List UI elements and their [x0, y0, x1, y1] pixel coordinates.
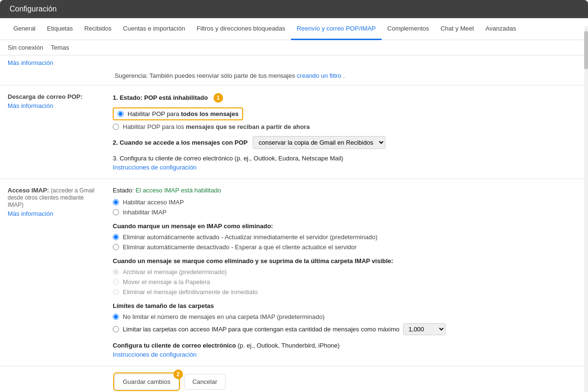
nav-tabs: General Etiquetas Recibidos Cuentas e im… [0, 18, 588, 40]
imap-limits-radio1[interactable] [113, 314, 119, 320]
window-title: Configuración [10, 5, 57, 13]
imap-enable-label: Habilitar acceso IMAP [123, 199, 184, 206]
pop-option2-label: Habilitar POP para los mensajes que se r… [123, 123, 310, 130]
tab-complementos[interactable]: Complementos [382, 18, 435, 40]
imap-limits-option2-row: Limitar las carpetas con acceso IMAP par… [113, 323, 580, 335]
tab-chat[interactable]: Chat y Meet [435, 18, 480, 40]
imap-label-text: Acceso IMAP: [8, 187, 49, 194]
pop-option1-wrapper: Habilitar POP para todos los mensajes [113, 107, 243, 120]
pop-step3-title-suffix: (p. ej., Outlook, Eudora, Netscape Mail) [233, 155, 343, 162]
pop-step2-row: 2. Cuando se accede a los mensajes con P… [113, 136, 580, 149]
settings-window: Configuración General Etiquetas Recibido… [0, 0, 588, 392]
imap-suppressed-option2: Mover el mensaje a la Papelera [113, 278, 580, 286]
content-area: Más información Sugerencia: También pued… [0, 55, 588, 392]
pop-option2-wrapper: Habilitar POP para los mensajes que se r… [113, 123, 580, 130]
pop-step3-block: 3. Configura tu cliente de correo electr… [113, 155, 580, 171]
imap-enable-radio[interactable] [113, 199, 119, 205]
pop-more-info[interactable]: Más información [8, 102, 97, 109]
pop-new-radio[interactable] [113, 124, 119, 130]
tab-recibidos[interactable]: Recibidos [78, 18, 117, 40]
imap-limits-radio2[interactable] [113, 326, 119, 332]
tab-avanzadas[interactable]: Avanzadas [480, 18, 522, 40]
tab-general[interactable]: General [8, 18, 41, 40]
imap-client-title-suffix: (p. ej., Outlook, Thunderbird, iPhone) [236, 342, 340, 349]
imap-limits-title: Límites de tamaño de las carpetas [113, 302, 580, 309]
cancel-button[interactable]: Cancelar [184, 374, 225, 390]
pop-step2-select[interactable]: conservar la copia de Gmail en Recibidos… [253, 136, 385, 149]
imap-deleted-radio2[interactable] [113, 244, 119, 250]
imap-limits-select[interactable]: 1,0002,0005,00010,000No limitar [403, 323, 446, 335]
suggestion-bar: Sugerencia: También puedes reenviar sólo… [0, 68, 588, 85]
imap-deleted-label2: Eliminar automáticamente desactivado - E… [123, 244, 357, 251]
imap-status-row: Estado: El acceso IMAP está habilitado [113, 187, 580, 194]
imap-suppressed-radio2[interactable] [113, 279, 119, 285]
imap-status-text: El acceso IMAP está habilitado [136, 187, 221, 194]
tab-reenvio[interactable]: Reenvío y correo POP/IMAP [291, 18, 381, 40]
imap-client-link[interactable]: Instrucciones de configuración [113, 351, 580, 358]
tab-etiquetas[interactable]: Etiquetas [41, 18, 78, 40]
suggestion-text: Sugerencia: También puedes reenviar sólo… [115, 72, 295, 79]
suggestion-suffix: . [343, 72, 345, 79]
pop-step1-title: 1. Estado: POP está inhabilitado 1 [113, 93, 580, 103]
pop-option1-label: Habilitar POP para todos los mensajes [128, 110, 238, 117]
imap-deleted-option2: Eliminar automáticamente desactivado - E… [113, 244, 580, 251]
imap-limits-label2: Limitar las carpetas con acceso IMAP par… [123, 326, 399, 333]
sub-tabs: Sin conexión Temas [0, 40, 588, 55]
imap-suppressed-label2: Mover el mensaje a la Papelera [123, 278, 210, 286]
pop-label: Descarga de correo POP: Más información [0, 93, 105, 171]
imap-disable-option: Inhabilitar IMAP [113, 209, 580, 216]
imap-suppressed-radio1[interactable] [113, 269, 119, 275]
imap-client-block: Configura tu cliente de correo electróni… [113, 342, 580, 358]
pop-option1-bold: todos los mensajes [181, 110, 239, 117]
save-button[interactable]: Guardar cambios 2 [115, 374, 179, 390]
imap-client-title-prefix: Configura tu cliente de correo electróni… [113, 342, 236, 349]
subtab-temas[interactable]: Temas [51, 44, 69, 51]
imap-content: Estado: El acceso IMAP está habilitado H… [105, 187, 588, 358]
imap-suppressed-radio3[interactable] [113, 289, 119, 295]
imap-deleted-option1: Eliminar automáticamente activado - Actu… [113, 233, 580, 241]
pop-option2-bold: mensajes que se reciban a partir de ahor… [186, 123, 310, 130]
imap-status-prefix: Estado: [113, 187, 136, 194]
imap-limits-label1: No limitar el número de mensajes en una … [123, 313, 324, 320]
pop-step3-title-prefix: 3. Configura tu cliente de correo electr… [113, 155, 233, 162]
pop-all-radio[interactable] [118, 111, 124, 117]
filter-link[interactable]: creando un filtro [297, 72, 341, 79]
imap-more-info[interactable]: Más información [8, 210, 97, 217]
pop-step3-link[interactable]: Instrucciones de configuración [113, 164, 580, 171]
scrollbar-track[interactable] [584, 26, 588, 392]
save-label: Guardar cambios [123, 378, 171, 385]
imap-section: Acceso IMAP: (acceder a Gmail desde otro… [0, 179, 588, 366]
imap-deleted-radio1[interactable] [113, 234, 119, 240]
imap-suppressed-option3: Eliminar el mensaje definitivamente de i… [113, 288, 580, 296]
imap-label: Acceso IMAP: (acceder a Gmail desde otro… [0, 187, 105, 358]
imap-limits-option1: No limitar el número de mensajes en una … [113, 313, 580, 320]
save-badge: 2 [173, 370, 183, 379]
imap-deleted-title: Cuando marque un mensaje en IMAP como el… [113, 222, 580, 230]
action-buttons: Guardar cambios 2 Cancelar [0, 366, 588, 392]
imap-enable-option: Habilitar acceso IMAP [113, 199, 580, 206]
imap-deleted-label1: Eliminar automáticamente activado - Actu… [123, 233, 377, 241]
imap-suppressed-label1: Archivar el mensaje (predeterminado) [123, 268, 226, 275]
imap-suppressed-label3: Eliminar el mensaje definitivamente de i… [123, 288, 258, 296]
imap-disable-label: Inhabilitar IMAP [123, 209, 167, 216]
tab-cuentas[interactable]: Cuentas e importación [118, 18, 191, 40]
imap-suppressed-title: Cuando un mensaje se marque como elimina… [113, 257, 580, 265]
pop-step1-badge: 1 [214, 93, 223, 103]
pop-label-text: Descarga de correo POP: [8, 93, 83, 100]
imap-suppressed-option1: Archivar el mensaje (predeterminado) [113, 268, 580, 275]
tab-filtros[interactable]: Filtros y direcciones bloqueadas [191, 18, 291, 40]
pop-step2-label: 2. Cuando se accede a los mensajes con P… [113, 139, 248, 146]
imap-disable-radio[interactable] [113, 209, 119, 215]
subtab-sin-conexion[interactable]: Sin conexión [8, 44, 43, 51]
scrollbar-thumb[interactable] [584, 31, 588, 69]
pop-section: Descarga de correo POP: Más información … [0, 85, 588, 179]
title-bar: Configuración [0, 0, 588, 18]
more-info-link-top[interactable]: Más información [0, 55, 588, 68]
pop-content: 1. Estado: POP está inhabilitado 1 Habil… [105, 93, 588, 171]
